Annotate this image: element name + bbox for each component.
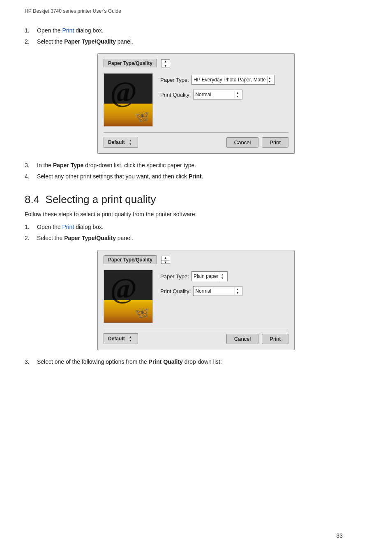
default-button-2[interactable]: Default ▲▼ [104, 333, 138, 344]
dialog-body-1: @ 🦋 Paper Type: HP Everyday Photo Paper,… [104, 73, 288, 127]
dialog-tab-spinner-2[interactable]: ▲ ▼ [161, 256, 170, 264]
dialog-footer-2: Default ▲▼ Cancel Print [104, 329, 288, 344]
step-text-before: Select the [37, 38, 64, 45]
print-quality-value-2: Normal [195, 288, 233, 294]
step-num: 1. [25, 26, 30, 35]
step-bold: Paper Type/Quality [64, 38, 116, 45]
print-quality-label-1: Print Quality: [160, 92, 191, 98]
step-text-after: dialog box. [74, 224, 104, 230]
section-num: 8.4 [25, 193, 39, 206]
step-2-2: 2. Select the Paper Type/Quality panel. [25, 234, 367, 243]
step-text-after: . [202, 173, 203, 180]
step-num: 1. [25, 223, 30, 231]
header-title: HP Deskjet 3740 series printer User's Gu… [25, 8, 121, 14]
paper-type-row-1: Paper Type: HP Everyday Photo Paper, Mat… [160, 75, 288, 85]
section2-step3: 3. Select one of the following options f… [25, 358, 367, 366]
paper-type-select-2[interactable]: Plain paper ▲▼ [191, 271, 228, 281]
step-num: 2. [25, 37, 30, 46]
print-link-1[interactable]: Print [62, 27, 74, 34]
dialog-image-2: @ 🦋 [104, 270, 153, 323]
print-quality-label-2: Print Quality: [160, 288, 191, 294]
section2-steps: 1. Open the Print dialog box. 2. Select … [25, 223, 367, 243]
default-button-1[interactable]: Default ▲▼ [104, 137, 138, 148]
dialog-footer-1: Default ▲▼ Cancel Print [104, 132, 288, 148]
default-arrow-2[interactable]: ▲▼ [128, 335, 134, 342]
step-bold: Paper Type [53, 162, 83, 169]
paper-type-label-1: Paper Type: [160, 77, 189, 83]
step-text-after: drop-down list: [183, 358, 222, 365]
dialog-tab-spinner-1[interactable]: ▲ ▼ [161, 59, 170, 67]
step-text-before: Open the [37, 27, 62, 34]
default-arrow-1[interactable]: ▲▼ [128, 139, 134, 146]
step-bold: Print Quality [149, 358, 183, 365]
step-1-2: 2. Select the Paper Type/Quality panel. [25, 37, 367, 46]
step-text-after: dialog box. [74, 27, 104, 34]
paper-type-row-2: Paper Type: Plain paper ▲▼ [160, 271, 288, 281]
print-quality-value-1: Normal [195, 92, 233, 97]
step-text-before: Select any other print settings that you… [37, 173, 189, 180]
step-1-3: 3. In the Paper Type drop-down list, cli… [25, 161, 367, 170]
at-symbol: @ [110, 76, 137, 109]
paper-type-arrow-2[interactable]: ▲▼ [220, 273, 226, 280]
dialog-tab-2[interactable]: Paper Type/Quality [104, 255, 157, 264]
butterfly-icon: 🦋 [135, 109, 149, 123]
print-quality-select-2[interactable]: Normal ▲▼ [193, 286, 242, 296]
section1-steps-34: 3. In the Paper Type drop-down list, cli… [25, 161, 367, 181]
print-quality-arrow-1[interactable]: ▲▼ [235, 91, 240, 98]
print-button-2[interactable]: Print [262, 334, 288, 344]
step-num: 2. [25, 234, 30, 243]
print-quality-arrow-2[interactable]: ▲▼ [235, 287, 240, 295]
section2-intro: Follow these steps to select a print qua… [25, 210, 367, 219]
butterfly-icon-2: 🦋 [135, 306, 149, 319]
step-text-after: panel. [116, 235, 133, 241]
step-text-after: drop-down list, click the specific paper… [83, 162, 196, 169]
dialog-top-bar-2: Paper Type/Quality ▲ ▼ [104, 255, 288, 264]
dialog-tab-1[interactable]: Paper Type/Quality [104, 59, 157, 67]
print-link-2[interactable]: Print [62, 224, 74, 230]
default-label-1: Default [108, 139, 125, 145]
dialog-image-1: @ 🦋 [104, 73, 153, 127]
step-1-4: 4. Select any other print settings that … [25, 172, 367, 181]
step-2-3: 3. Select one of the following options f… [25, 358, 367, 366]
paper-type-arrow-1[interactable]: ▲▼ [267, 76, 273, 83]
section-heading-84: 8.4 Selecting a print quality [25, 193, 367, 206]
print-quality-row-1: Print Quality: Normal ▲▼ [160, 90, 288, 99]
step-2-1: 1. Open the Print dialog box. [25, 223, 367, 231]
cancel-button-1[interactable]: Cancel [226, 137, 258, 148]
dialog-controls-1: Paper Type: HP Everyday Photo Paper, Mat… [160, 73, 288, 99]
dialog-box-1: Paper Type/Quality ▲ ▼ @ 🦋 Paper Type: H… [97, 53, 295, 154]
page-number: 33 [336, 532, 343, 539]
section1-steps: 1. Open the Print dialog box. 2. Select … [25, 26, 367, 46]
step-num: 3. [25, 358, 30, 366]
print-button-1[interactable]: Print [262, 137, 288, 148]
step-text-before: In the [37, 162, 53, 169]
at-symbol-2: @ [110, 272, 137, 305]
dialog-box-2: Paper Type/Quality ▲ ▼ @ 🦋 Paper Type: P… [97, 250, 295, 350]
print-quality-row-2: Print Quality: Normal ▲▼ [160, 286, 288, 296]
paper-type-value-2: Plain paper [194, 273, 219, 279]
step-text-before: Select one of the following options from… [37, 358, 149, 365]
step-text-before: Open the [37, 224, 62, 230]
dialog-top-bar-1: Paper Type/Quality ▲ ▼ [104, 59, 288, 67]
default-label-2: Default [108, 336, 125, 342]
paper-type-label-2: Paper Type: [160, 273, 189, 280]
dialog-body-2: @ 🦋 Paper Type: Plain paper ▲▼ Print Qua… [104, 270, 288, 323]
cancel-button-2[interactable]: Cancel [226, 334, 258, 344]
paper-type-value-1: HP Everyday Photo Paper, Matte [194, 77, 266, 83]
step-bold: Paper Type/Quality [64, 235, 116, 241]
step-1-1: 1. Open the Print dialog box. [25, 26, 367, 35]
doc-header: HP Deskjet 3740 series printer User's Gu… [25, 8, 367, 14]
section-heading-text: Selecting a print quality [46, 193, 156, 206]
step-num: 3. [25, 161, 30, 170]
paper-type-select-1[interactable]: HP Everyday Photo Paper, Matte ▲▼ [191, 75, 275, 85]
step-text-before: Select the [37, 235, 64, 241]
dialog-controls-2: Paper Type: Plain paper ▲▼ Print Quality… [160, 270, 288, 296]
print-quality-select-1[interactable]: Normal ▲▼ [193, 90, 242, 99]
step-text-after: panel. [116, 38, 133, 45]
step-num: 4. [25, 172, 30, 181]
step-bold: Print [189, 173, 202, 180]
